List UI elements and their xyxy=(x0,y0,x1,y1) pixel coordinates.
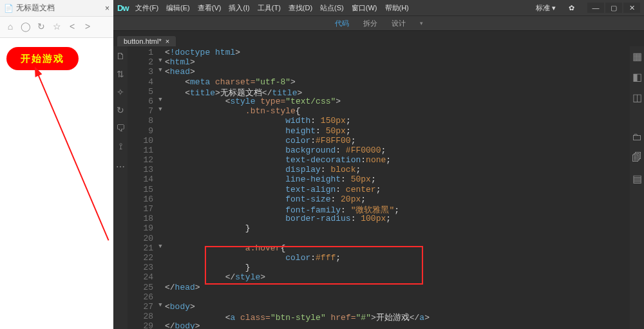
code-line[interactable]: 17 font-family: "微软雅黑"; xyxy=(128,204,630,214)
code-line[interactable]: 18 border-radius: 100px; xyxy=(128,214,630,223)
browser-preview-panel: 📄 无标题文档 × ⌂ ◯ ↻ ☆ < > 开始游戏 xyxy=(0,0,113,329)
preview-toolbar: ⌂ ◯ ↻ ☆ < > xyxy=(0,17,113,38)
code-line[interactable]: 29 </body> xyxy=(128,321,630,329)
file-icon: 📄 xyxy=(4,4,14,13)
preview-tab-close-icon[interactable]: × xyxy=(105,4,109,13)
code-line[interactable]: 15 text-align: center; xyxy=(128,185,630,194)
code-line[interactable]: 27▼<body> xyxy=(128,302,630,312)
menu-item-0[interactable]: 文件(F) xyxy=(131,3,162,13)
code-line[interactable]: 22 color:#fff; xyxy=(128,253,630,263)
refresh-icon[interactable]: ↻ xyxy=(115,104,126,116)
menu-item-6[interactable]: 站点(S) xyxy=(316,3,348,13)
menu-item-8[interactable]: 帮助(H) xyxy=(381,3,413,13)
start-game-button[interactable]: 开始游戏 xyxy=(6,47,79,70)
code-line[interactable]: 5 <title>无标题文档</title> xyxy=(128,87,630,97)
library-panel-icon[interactable]: 🗐 xyxy=(631,152,643,164)
code-line[interactable]: 11 background: #FF0000; xyxy=(128,146,630,155)
swap-icon[interactable]: ⇅ xyxy=(115,68,126,80)
view-mode-tabs: 代码 拆分 设计 ▾ xyxy=(113,15,644,31)
settings-icon[interactable]: ✿ xyxy=(565,3,578,14)
menu-item-3[interactable]: 插入(I) xyxy=(225,3,253,13)
code-editor[interactable]: 1 <!doctype html>2▼<html>3▼<head>4 <meta… xyxy=(128,46,630,329)
code-line[interactable]: 9 height: 50px; xyxy=(128,126,630,136)
collapse-icon[interactable]: ⟟ xyxy=(115,140,126,152)
window-close-icon[interactable]: ✕ xyxy=(623,3,640,13)
stop-icon[interactable]: ↻ xyxy=(33,19,49,33)
preview-tab[interactable]: 📄 无标题文档 × xyxy=(0,0,113,17)
menu-item-7[interactable]: 窗口(W) xyxy=(348,3,381,13)
file-manager-icon[interactable]: 🗋 xyxy=(115,50,126,62)
code-line[interactable]: 28 <a class="btn-style" href="#">开始游戏</a… xyxy=(128,312,630,321)
window-maximize-icon[interactable]: ▢ xyxy=(605,3,622,13)
file-tab-close-icon[interactable]: × xyxy=(166,37,169,45)
code-line[interactable]: 24 </style> xyxy=(128,272,630,282)
comment-icon[interactable]: 🗨 xyxy=(115,122,126,134)
tab-split[interactable]: 拆分 xyxy=(361,17,380,30)
code-line[interactable]: 10 color:#F8FF00; xyxy=(128,136,630,146)
code-line[interactable]: 25 </head> xyxy=(128,283,630,292)
app-logo: Dw xyxy=(117,3,131,13)
code-line[interactable]: 23 } xyxy=(128,263,630,272)
tab-design[interactable]: 设计 xyxy=(389,17,408,30)
code-line[interactable]: 6▼ <style type="text/css"> xyxy=(128,97,630,106)
star-icon[interactable]: ☆ xyxy=(49,19,64,33)
code-line[interactable]: 13 display: block; xyxy=(128,165,630,174)
wand-icon[interactable]: ✧ xyxy=(115,86,126,98)
file-tab[interactable]: button.html* × xyxy=(117,36,176,46)
file-tab-label: button.html* xyxy=(124,37,162,45)
workspace-switcher[interactable]: 标准 ▾ xyxy=(532,2,560,14)
window-minimize-icon[interactable]: — xyxy=(587,3,604,13)
menu-item-4[interactable]: 工具(T) xyxy=(254,3,285,13)
code-line[interactable]: 3▼<head> xyxy=(128,67,630,77)
code-line[interactable]: 12 text-decoration:none; xyxy=(128,155,630,165)
preview-body: 开始游戏 xyxy=(0,38,113,329)
more-icon[interactable]: ⋯ xyxy=(115,161,126,173)
annotation-arrow xyxy=(0,38,113,329)
code-line[interactable]: 14 line-height: 50px; xyxy=(128,174,630,184)
code-line[interactable]: 7▼ .btn-style{ xyxy=(128,106,630,116)
tab-code[interactable]: 代码 xyxy=(332,17,352,30)
snippets-panel-icon[interactable]: ▤ xyxy=(631,173,643,184)
left-tool-strip: 🗋 ⇅ ✧ ↻ 🗨 ⟟ ⋯ xyxy=(113,46,128,329)
dom-panel-icon[interactable]: ◧ xyxy=(631,71,643,82)
code-line[interactable]: 19 } xyxy=(128,223,630,233)
code-line[interactable]: 4 <meta charset="utf-8"> xyxy=(128,77,630,87)
files-panel-icon[interactable]: 🗀 xyxy=(631,131,643,143)
right-panel-strip: ▦ ◧ ◫ 🗀 🗐 ▤ xyxy=(630,46,644,329)
code-line[interactable]: 21▼ a:hover{ xyxy=(128,243,630,253)
forward-icon[interactable]: > xyxy=(80,19,95,33)
svg-line-0 xyxy=(38,73,109,240)
code-line[interactable]: 8 width: 150px; xyxy=(128,116,630,126)
preview-tab-title: 无标题文档 xyxy=(16,3,55,14)
file-tab-row: button.html* × xyxy=(113,31,644,46)
menu-item-1[interactable]: 编辑(E) xyxy=(162,3,194,13)
menu-item-5[interactable]: 查找(D) xyxy=(285,3,316,13)
code-line[interactable]: 1 <!doctype html> xyxy=(128,48,630,57)
home-icon[interactable]: ⌂ xyxy=(3,19,18,33)
reload-icon[interactable]: ◯ xyxy=(18,19,33,33)
back-icon[interactable]: < xyxy=(64,19,80,33)
code-line[interactable]: 2▼<html> xyxy=(128,57,630,67)
menubar: Dw 文件(F)编辑(E)查看(V)插入(I)工具(T)查找(D)站点(S)窗口… xyxy=(113,0,644,15)
ide-panel: Dw 文件(F)编辑(E)查看(V)插入(I)工具(T)查找(D)站点(S)窗口… xyxy=(113,0,644,329)
assets-panel-icon[interactable]: ◫ xyxy=(631,91,643,103)
code-line[interactable]: 20 xyxy=(128,234,630,243)
code-line[interactable]: 16 font-size: 20px; xyxy=(128,194,630,204)
menu-item-2[interactable]: 查看(V) xyxy=(194,3,225,13)
code-line[interactable]: 26 xyxy=(128,292,630,302)
css-panel-icon[interactable]: ▦ xyxy=(631,50,643,62)
